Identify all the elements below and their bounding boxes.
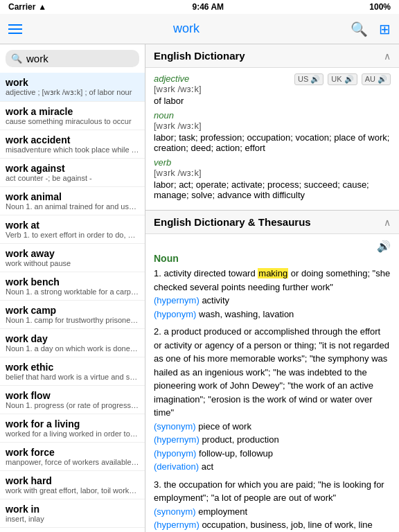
synonym-label-3: (synonym): [154, 506, 196, 517]
audio-uk-button[interactable]: UK 🔊: [328, 73, 357, 85]
list-item[interactable]: work animal Noun 1. an animal trained fo…: [0, 187, 145, 215]
hypernym-label-1: (hypernym): [154, 295, 200, 305]
thesaurus-collapse-icon[interactable]: ∧: [384, 217, 391, 228]
word-title: work against: [6, 163, 139, 174]
hypernym-label-3: (hypernym): [154, 520, 200, 530]
derivation-label-2: (derivation): [154, 461, 199, 472]
list-item[interactable]: work against act counter -; be against -: [0, 159, 145, 187]
thesaurus-title: English Dictionary & Thesaurus: [154, 216, 311, 228]
hyponym-text-1: wash, washing, lavation: [199, 309, 294, 319]
word-title: work camp: [6, 305, 139, 316]
adj-definition: of labor: [154, 96, 391, 106]
word-desc: act counter -; be against -: [6, 174, 139, 182]
battery-label: 100%: [369, 2, 391, 12]
status-right: 100%: [369, 2, 391, 12]
word-desc: Noun 1. a day on which work is done (syn…: [6, 344, 139, 353]
list-item[interactable]: work hard work with great effort, labor,…: [0, 471, 145, 499]
english-dict-title: English Dictionary: [154, 50, 245, 62]
thesaurus-entry-3: 3. the occupation for which you are paid…: [154, 478, 391, 532]
word-title: work at: [6, 220, 139, 231]
collapse-icon[interactable]: ∧: [384, 51, 391, 62]
word-desc: insert, inlay: [6, 515, 139, 523]
word-desc: misadventure which took place while at w…: [6, 145, 139, 154]
status-left: Carrier ▲: [8, 2, 46, 12]
hyponym-text-2: follow-up, followup: [199, 448, 273, 459]
list-item[interactable]: work force manpower, force of workers av…: [0, 443, 145, 471]
word-desc: Verb 1. to exert effort in order to do, …: [6, 231, 139, 239]
list-item[interactable]: work for a living worked for a living wo…: [0, 414, 145, 443]
word-title: work away: [6, 248, 139, 259]
adj-pronunciation: [wɜrk /wɜːk]: [154, 84, 391, 94]
right-panel: English Dictionary ∧ US 🔊 UK 🔊 AU 🔊 adje…: [145, 44, 399, 532]
left-panel: 🔍 ✕ work adjective ; [wɜrk /wɜːk] ; of l…: [0, 44, 145, 532]
list-item[interactable]: work away work without pause: [0, 244, 145, 272]
word-title: work in: [6, 504, 139, 515]
list-item[interactable]: work camp Noun 1. camp for trustworthy p…: [0, 301, 145, 329]
word-title: work: [6, 77, 139, 88]
audio-row: US 🔊 UK 🔊 AU 🔊: [294, 73, 391, 85]
thesaurus-entry-1: 1. activity directed toward making or do…: [154, 267, 391, 321]
synonym-text-2: piece of work: [198, 421, 251, 432]
thesaurus-audio-button[interactable]: 🔊: [377, 240, 391, 253]
verb-pronunciation: [wɜrk /wɜːk]: [154, 168, 391, 178]
dict-body: US 🔊 UK 🔊 AU 🔊 adjective [wɜrk /wɜːk] of…: [145, 68, 399, 210]
word-desc: Noun 1. camp for trustworthy prisoners e…: [6, 316, 139, 324]
entry-1-number: 1. activity directed toward: [154, 268, 258, 278]
thesaurus-header: English Dictionary & Thesaurus ∧: [145, 211, 399, 234]
word-desc: work with great effort, labor, toil work…: [6, 486, 139, 495]
audio-au-button[interactable]: AU 🔊: [362, 73, 391, 85]
wifi-icon: ▲: [38, 2, 46, 12]
word-desc: adjective ; [wɜrk /wɜːk] ; of labor nour: [6, 88, 139, 97]
time-display: 9:46 AM: [192, 2, 224, 12]
pos-verb: verb: [154, 157, 391, 168]
word-title: work day: [6, 333, 139, 344]
dict-header: English Dictionary ∧: [145, 44, 399, 68]
list-item[interactable]: work in process products that are still …: [0, 528, 145, 532]
thesaurus-entry-2: 2. a product produced or accomplished th…: [154, 325, 391, 474]
synonym-label-2: (synonym): [154, 421, 196, 432]
hypernym-text-2: product, production: [202, 434, 278, 445]
word-desc: worked for a living worked in order to m…: [6, 429, 139, 438]
noun-label: Noun: [154, 253, 391, 264]
highlight-making: making: [258, 268, 288, 278]
thesaurus-subheader: 🔊: [154, 240, 391, 253]
word-title: work accident: [6, 134, 139, 145]
nav-title: work: [22, 21, 351, 36]
main-layout: 🔍 ✕ work adjective ; [wɜrk /wɜːk] ; of l…: [0, 44, 399, 532]
word-desc: work without pause: [6, 259, 139, 267]
menu-button[interactable]: [8, 24, 22, 34]
nav-icons: 🔍 ⊞: [351, 21, 391, 37]
list-item[interactable]: work day Noun 1. a day on which work is …: [0, 329, 145, 357]
list-item[interactable]: work flow Noun 1. progress (or rate of p…: [0, 386, 145, 414]
word-title: work bench: [6, 276, 139, 287]
verb-definition: labor; act; operate; activate; process; …: [154, 179, 391, 200]
list-item[interactable]: work at Verb 1. to exert effort in order…: [0, 215, 145, 244]
word-desc: belief that hard work is a virtue and se…: [6, 373, 139, 381]
audio-us-button[interactable]: US 🔊: [294, 73, 323, 85]
list-item[interactable]: work in insert, inlay: [0, 499, 145, 528]
list-item[interactable]: work a miracle cause something miraculou…: [0, 102, 145, 130]
search-bar: 🔍 ✕: [6, 50, 139, 67]
word-desc: Noun 1. progress (or rate of progress) i…: [6, 401, 139, 409]
list-item[interactable]: work accident misadventure which took pl…: [0, 130, 145, 159]
list-item[interactable]: work bench Noun 1. a strong worktable fo…: [0, 272, 145, 301]
word-title: work ethic: [6, 362, 139, 373]
entry-3-text: 3. the occupation for which you are paid…: [154, 479, 384, 504]
split-button[interactable]: ⊞: [379, 21, 391, 37]
word-desc: cause something miraculous to occur: [6, 117, 139, 125]
nav-bar: work 🔍 ⊞: [0, 14, 399, 44]
synonym-text-3: employment: [198, 506, 247, 517]
hypernym-text-1: activity: [202, 295, 229, 305]
search-input[interactable]: [26, 53, 158, 64]
search-button[interactable]: 🔍: [351, 21, 368, 37]
word-title: work for a living: [6, 418, 139, 429]
word-title: work animal: [6, 191, 139, 202]
list-item[interactable]: work adjective ; [wɜrk /wɜːk] ; of labor…: [0, 73, 145, 102]
noun-pronunciation: [wɜrk /wɜːk]: [154, 121, 391, 131]
hyponym-label-1: (hyponym): [154, 309, 196, 319]
entry-2-text: 2. a product produced or accomplished th…: [154, 326, 389, 418]
noun-definition: labor; task; profession; occupation; voc…: [154, 132, 391, 153]
derivation-text-2: act: [202, 461, 213, 472]
list-item[interactable]: work ethic belief that hard work is a vi…: [0, 357, 145, 386]
hypernym-label-2: (hypernym): [154, 434, 200, 445]
